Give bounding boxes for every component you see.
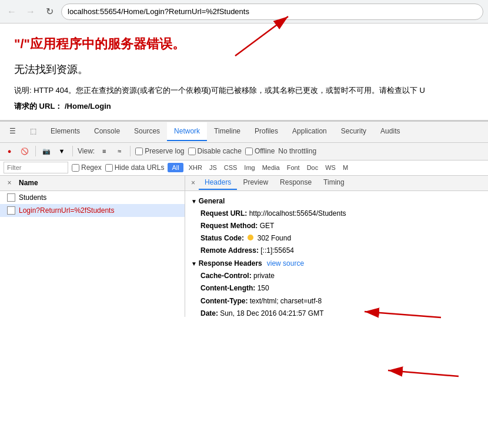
offline-checkbox[interactable] — [245, 148, 253, 155]
tab-headers[interactable]: Headers — [199, 176, 237, 190]
font-filter-btn[interactable]: Font — [285, 163, 302, 172]
filter-row: Regex Hide data URLs All XHR JS CSS Img … — [0, 161, 488, 176]
cache-control-label: Cache-Control: — [200, 272, 252, 280]
close-panel-btn[interactable]: × — [5, 178, 14, 188]
preserve-log-label[interactable]: Preserve log — [135, 147, 184, 155]
tab-console[interactable]: Console — [87, 122, 127, 141]
manifest-filter-btn[interactable]: M — [341, 163, 350, 172]
tab-elements[interactable]: Elements — [44, 122, 87, 141]
filter-input[interactable] — [4, 162, 68, 173]
devtools-main: × Name Students Login?ReturnUrl=%2fStude… — [0, 176, 488, 317]
hide-data-text: Hide data URLs — [115, 163, 165, 172]
media-filter-btn[interactable]: Media — [260, 163, 282, 172]
response-headers-section-header[interactable]: Response Headers — [191, 259, 262, 268]
tab-profiles[interactable]: Profiles — [248, 122, 285, 141]
filter-button[interactable]: ▼ — [56, 145, 68, 157]
offline-label[interactable]: Offline — [245, 147, 275, 155]
preserve-log-checkbox[interactable] — [135, 148, 143, 155]
reload-button[interactable]: ↻ — [42, 5, 56, 19]
date-row: Date: Sun, 18 Dec 2016 04:21:57 GMT — [191, 307, 482, 317]
tab-device[interactable]: ⬚ — [23, 122, 44, 141]
date-label: Date: — [200, 309, 218, 317]
page-content: "/"应用程序中的服务器错误。 无法找到资源。 说明: HTTP 404。您正在… — [0, 24, 488, 121]
regex-text: Regex — [81, 163, 102, 172]
record-button[interactable]: ● — [4, 145, 15, 157]
left-panel: × Name Students Login?ReturnUrl=%2fStude… — [0, 176, 185, 317]
offline-text: Offline — [255, 147, 275, 155]
tab-preview[interactable]: Preview — [237, 176, 274, 190]
status-label: Status Code: — [200, 234, 244, 242]
method-value: GET — [260, 222, 275, 230]
tree-view-button[interactable]: ≈ — [113, 145, 125, 157]
right-panel: × Headers Preview Response Timing Genera… — [185, 176, 488, 317]
remote-row: Remote Address: [::1]:55654 — [191, 245, 482, 257]
right-tabs: × Headers Preview Response Timing — [185, 176, 488, 191]
hide-data-checkbox[interactable] — [105, 164, 113, 172]
devtools-toolbar: ● 🚫 📷 ▼ View: ≡ ≈ Preserve log Disable c… — [0, 143, 488, 161]
preserve-log-text: Preserve log — [145, 147, 184, 155]
request-url-value: /Home/Login — [65, 102, 111, 111]
separator-1 — [35, 146, 36, 156]
error-url: 请求的 URL： /Home/Login — [14, 101, 474, 112]
cache-control-value: private — [253, 272, 275, 280]
disable-cache-label[interactable]: Disable cache — [188, 147, 242, 155]
file-icon — [7, 206, 15, 215]
tab-inspector[interactable]: ☰ — [2, 122, 23, 141]
error-subtitle: 无法找到资源。 — [14, 62, 474, 76]
content-type-row: Content-Type: text/html; charset=utf-8 — [191, 295, 482, 307]
tab-response[interactable]: Response — [274, 176, 317, 190]
item-name: Login?ReturnUrl=%2fStudents — [19, 206, 114, 215]
svg-line-5 — [388, 370, 459, 376]
tab-application[interactable]: Application — [285, 122, 334, 141]
tab-audits[interactable]: Audits — [373, 122, 407, 141]
status-dot — [248, 235, 253, 240]
tab-network[interactable]: Network — [167, 122, 207, 141]
remote-label: Remote Address: — [200, 246, 259, 255]
hide-data-label[interactable]: Hide data URLs — [105, 163, 165, 172]
view-source-link[interactable]: view source — [267, 259, 304, 268]
tab-timing[interactable]: Timing — [317, 176, 350, 190]
js-filter-btn[interactable]: JS — [208, 163, 219, 172]
css-filter-btn[interactable]: CSS — [222, 163, 239, 172]
view-label: View: — [78, 147, 95, 155]
general-section-header[interactable]: General — [191, 197, 482, 205]
req-url-value: http://localhost:55654/Students — [249, 209, 346, 218]
list-item[interactable]: Students — [0, 191, 185, 204]
img-filter-btn[interactable]: Img — [242, 163, 256, 172]
right-content: General Request URL: http://localhost:55… — [185, 191, 488, 317]
cache-control-row: Cache-Control: private — [191, 270, 482, 282]
browser-toolbar: ← → ↻ — [0, 0, 488, 24]
content-type-label: Content-Type: — [200, 297, 248, 305]
forward-button[interactable]: → — [24, 5, 38, 19]
all-filter-btn[interactable]: All — [168, 163, 183, 172]
separator-2 — [72, 146, 73, 156]
error-title: "/"应用程序中的服务器错误。 — [14, 35, 474, 53]
item-name: Students — [19, 193, 46, 202]
ws-filter-btn[interactable]: WS — [323, 163, 337, 172]
content-length-label: Content-Length: — [200, 284, 255, 292]
list-item[interactable]: Login?ReturnUrl=%2fStudents — [0, 204, 185, 217]
back-button[interactable]: ← — [5, 5, 19, 19]
devtools-panel: ☰ ⬚ Elements Console Sources Network Tim… — [0, 121, 488, 317]
content-length-row: Content-Length: 150 — [191, 282, 482, 295]
camera-button[interactable]: 📷 — [41, 145, 52, 157]
doc-filter-btn[interactable]: Doc — [305, 163, 320, 172]
list-view-button[interactable]: ≡ — [98, 145, 110, 157]
content-type-value: text/html; charset=utf-8 — [250, 297, 322, 305]
xhr-filter-btn[interactable]: XHR — [187, 163, 204, 172]
address-bar[interactable] — [61, 4, 483, 20]
tab-sources[interactable]: Sources — [127, 122, 167, 141]
regex-checkbox[interactable] — [72, 164, 79, 172]
req-url-label: Request URL: — [200, 209, 247, 218]
regex-label[interactable]: Regex — [72, 163, 102, 172]
stop-button[interactable]: 🚫 — [19, 145, 31, 157]
disable-cache-checkbox[interactable] — [188, 148, 196, 155]
request-url-row: Request URL: http://localhost:55654/Stud… — [191, 208, 482, 220]
file-icon — [7, 193, 15, 202]
method-label: Request Method: — [200, 222, 258, 230]
throttle-select[interactable]: No throttling — [278, 147, 316, 155]
tab-timeline[interactable]: Timeline — [207, 122, 248, 141]
tab-security[interactable]: Security — [334, 122, 373, 141]
name-header: Name — [19, 179, 38, 187]
close-tab-btn[interactable]: × — [188, 176, 199, 189]
